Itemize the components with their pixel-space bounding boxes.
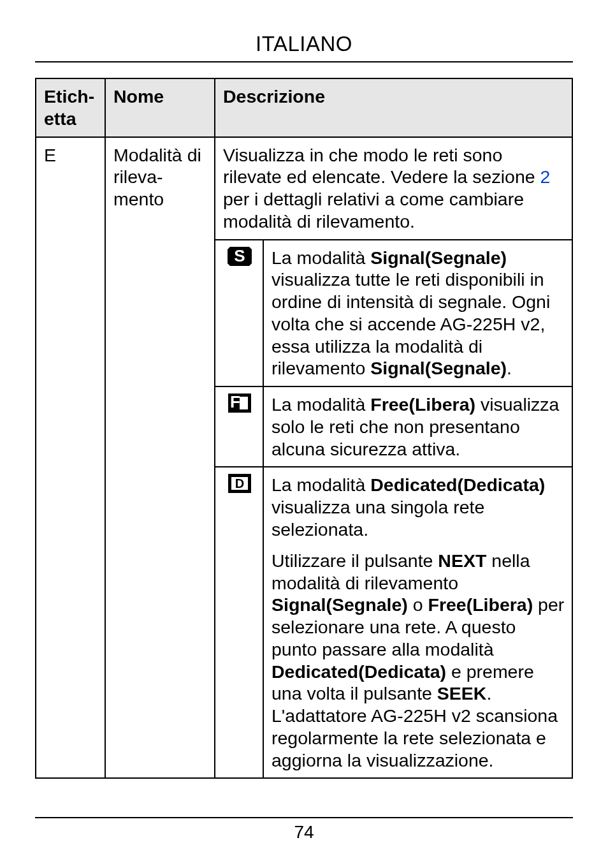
header-rule — [35, 61, 573, 63]
txt: . — [507, 358, 512, 378]
section-link[interactable]: 2 — [540, 166, 551, 187]
cell-desc-s: La modalità Signal(Segnale) visualizza t… — [263, 240, 572, 387]
txt: Utilizzare il pulsante — [271, 550, 438, 571]
icon-letter: S — [234, 247, 245, 265]
txt-bold: NEXT — [438, 550, 486, 571]
table-header-row: Etich­etta Nome Descrizione — [36, 78, 572, 137]
txt: La modalità — [271, 247, 370, 268]
txt-bold: SEEK — [437, 683, 487, 703]
icon-letter: F — [230, 394, 240, 411]
cell-nome: Modalità di rileva-mento — [105, 137, 215, 779]
cell-descrizione: Visualizza in che modo le reti sono rile… — [215, 137, 572, 240]
page-number: 74 — [0, 822, 608, 842]
icon-letter: D — [235, 476, 244, 490]
cell-icon-d: D — [215, 467, 263, 778]
txt-bold: Dedicated(Dedicata) — [370, 474, 545, 495]
dedicated-d-icon: D — [228, 474, 251, 493]
txt-bold: Signal(Segnale) — [271, 594, 408, 615]
txt: visualizza una singola rete selezionata. — [271, 497, 484, 540]
cell-icon-f: F — [215, 386, 263, 467]
th-etichetta: Etich­etta — [36, 78, 105, 137]
txt-bold: Signal(Segnale) — [370, 358, 507, 378]
signal-s-icon: S — [228, 247, 252, 266]
txt: La modalità — [271, 394, 370, 415]
cell-etichetta: E — [36, 137, 105, 779]
desc-text-pre: Visualizza in che modo le reti sono rile… — [223, 145, 540, 188]
th-descrizione: Descrizione — [215, 78, 572, 137]
cell-icon-s: S — [215, 240, 263, 387]
free-f-icon: F — [228, 394, 251, 413]
txt: o — [408, 594, 428, 615]
txt-bold: Free(Libera) — [428, 594, 533, 615]
txt-bold: Dedicated(Dedicata) — [271, 661, 446, 682]
footer: 74 — [0, 817, 608, 842]
th-nome: Nome — [105, 78, 215, 137]
main-table: Etich­etta Nome Descrizione E Modalità d… — [35, 78, 573, 779]
txt-bold: Free(Libera) — [370, 394, 475, 415]
desc-text-post: per i dettagli relativi a come cambiare … — [223, 189, 524, 232]
table-row: E Modalità di rileva-mento Visualizza in… — [36, 137, 572, 240]
txt: La modalità — [271, 474, 370, 495]
cell-desc-f: La modalità Free(Libera) visualizza solo… — [263, 386, 572, 467]
footer-rule — [35, 817, 573, 818]
txt-bold: Signal(Segnale) — [370, 247, 507, 268]
cell-desc-d: La modalità Dedicated(Dedicata) visualiz… — [263, 467, 572, 778]
page-title: ITALIANO — [35, 32, 573, 56]
